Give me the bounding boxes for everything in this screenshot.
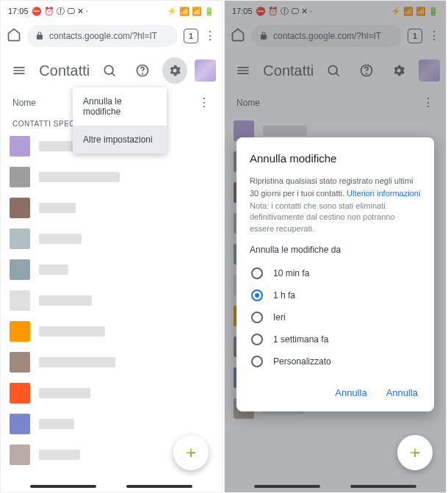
app-bar: Contatti xyxy=(1,51,222,90)
status-bar: 17:05 ⛔ ⏰ ⓕ 🖵 ✕ · ⚡ 📶 📶 🔋 xyxy=(1,1,222,21)
contact-avatar xyxy=(10,259,30,280)
radio-icon xyxy=(251,312,263,323)
contact-name-blur xyxy=(39,326,105,337)
svg-point-0 xyxy=(105,65,114,74)
column-menu-icon[interactable]: ⋮ xyxy=(198,97,210,109)
status-icons-left: ⛔ ⏰ ⓕ 🖵 ✕ · xyxy=(32,6,88,17)
avatar[interactable] xyxy=(195,60,216,82)
search-icon[interactable] xyxy=(97,57,122,84)
cancel-button[interactable]: Annulla xyxy=(332,383,369,403)
contact-avatar xyxy=(10,198,30,218)
contact-name-blur xyxy=(39,450,80,460)
contacts-list xyxy=(1,131,222,470)
contact-name-blur xyxy=(39,203,76,213)
dialog-sublabel: Annulla le modifiche da xyxy=(250,245,421,255)
radio-icon xyxy=(251,267,263,279)
settings-dropdown: Annulla le modifiche Altre impostazioni xyxy=(73,87,167,154)
contact-avatar xyxy=(10,321,30,342)
radio-icon xyxy=(251,356,263,367)
radio-icon xyxy=(251,334,263,345)
contact-name-blur xyxy=(39,357,115,367)
dialog-desc: Ripristina qualsiasi stato registrato ne… xyxy=(250,175,421,199)
contact-avatar xyxy=(10,414,30,434)
dropdown-more-settings[interactable]: Altre impostazioni xyxy=(73,126,167,154)
column-name: Nome xyxy=(12,98,36,108)
list-item[interactable] xyxy=(1,285,222,316)
list-item[interactable] xyxy=(1,223,222,254)
list-item[interactable] xyxy=(1,347,222,378)
radio-1h[interactable]: 1 h fa xyxy=(250,284,421,306)
contact-name-blur xyxy=(39,265,68,275)
contact-avatar xyxy=(10,136,30,156)
settings-icon[interactable] xyxy=(162,57,187,84)
contact-name-blur xyxy=(39,419,74,429)
tab-count[interactable]: 1 xyxy=(184,29,198,43)
svg-point-2 xyxy=(142,73,142,74)
contact-avatar xyxy=(10,228,30,249)
status-icons-right: ⚡ 📶 📶 🔋 xyxy=(167,7,214,16)
dialog-title: Annulla modifiche xyxy=(250,152,421,165)
menu-icon[interactable] xyxy=(7,57,32,84)
radio-custom[interactable]: Personalizzato xyxy=(250,350,421,373)
list-item[interactable] xyxy=(1,316,222,347)
browser-menu-icon[interactable]: ⋮ xyxy=(204,30,216,42)
contact-avatar xyxy=(10,352,30,373)
radio-1week[interactable]: 1 settimana fa xyxy=(250,328,421,350)
contact-name-blur xyxy=(39,172,120,182)
plus-icon: + xyxy=(410,442,420,463)
list-item[interactable] xyxy=(1,254,222,285)
contact-avatar xyxy=(10,167,30,187)
url-bar[interactable]: contacts.google.com/?hl=IT xyxy=(27,25,178,47)
screen-right: 17:05 ⛔ ⏰ ⓕ 🖵 ✕ · ⚡ 📶 📶 🔋 contacts.googl… xyxy=(224,0,447,493)
more-info-link[interactable]: Ulteriori informazioni xyxy=(347,189,420,198)
list-item[interactable] xyxy=(1,378,222,409)
contact-avatar xyxy=(10,290,30,311)
contact-avatar xyxy=(10,383,30,403)
confirm-button[interactable]: Annulla xyxy=(383,383,421,403)
dialog-note: Nota: i contatti che sono stati eliminat… xyxy=(250,201,421,234)
contact-name-blur xyxy=(39,234,82,244)
contact-name-blur xyxy=(39,388,90,398)
contact-name-blur xyxy=(39,295,92,306)
dropdown-undo-changes[interactable]: Annulla le modifiche xyxy=(73,87,167,126)
plus-icon: + xyxy=(186,442,196,463)
fab-add-contact[interactable]: + xyxy=(173,435,209,470)
browser-bar: contacts.google.com/?hl=IT 1 ⋮ xyxy=(1,21,222,51)
radio-10min[interactable]: 10 min fa xyxy=(250,262,421,284)
help-icon[interactable] xyxy=(130,57,155,84)
nav-pill[interactable] xyxy=(30,485,96,488)
dialog-actions: Annulla Annulla xyxy=(250,383,421,403)
fab-add-contact[interactable]: + xyxy=(397,435,433,470)
home-icon[interactable] xyxy=(7,27,21,45)
status-time: 17:05 xyxy=(8,7,29,15)
undo-changes-dialog: Annulla modifiche Ripristina qualsiasi s… xyxy=(236,137,434,411)
contact-avatar xyxy=(10,445,30,465)
radio-yesterday[interactable]: Ieri xyxy=(250,306,421,328)
screen-left: 17:05 ⛔ ⏰ ⓕ 🖵 ✕ · ⚡ 📶 📶 🔋 contacts.googl… xyxy=(0,0,223,493)
page-title: Contatti xyxy=(39,62,90,79)
nav-bar xyxy=(1,485,222,488)
url-text: contacts.google.com/?hl=IT xyxy=(49,31,157,41)
radio-icon xyxy=(251,289,263,301)
list-item[interactable] xyxy=(1,162,222,192)
list-item[interactable] xyxy=(1,192,222,223)
lock-icon xyxy=(35,31,45,41)
nav-pill[interactable] xyxy=(126,485,192,488)
